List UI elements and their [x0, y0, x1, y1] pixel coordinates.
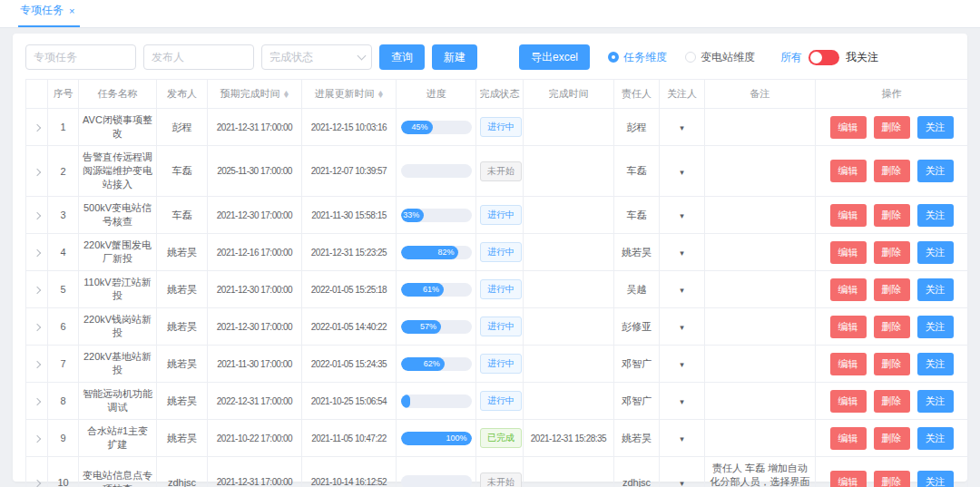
status-badge: 已完成 — [480, 428, 522, 448]
update-time: 2022-01-05 14:40:22 — [302, 308, 397, 346]
expand-row-icon[interactable] — [33, 287, 40, 294]
follower-dropdown-icon[interactable]: ▾ — [680, 360, 684, 369]
col-publisher: 发布人 — [157, 80, 208, 109]
edit-button[interactable]: 编辑 — [830, 278, 867, 301]
follow-button[interactable]: 关注 — [917, 471, 954, 487]
expand-row-icon[interactable] — [33, 249, 40, 257]
remark — [705, 420, 816, 457]
follow-toggle-switch[interactable] — [808, 50, 839, 65]
expand-row-icon[interactable] — [33, 124, 40, 131]
follower-dropdown-icon[interactable]: ▾ — [680, 323, 684, 332]
delete-button[interactable]: 删除 — [874, 241, 910, 264]
follower-dropdown-icon[interactable]: ▾ — [680, 286, 684, 295]
expand-row-icon[interactable] — [33, 435, 40, 443]
delete-button[interactable]: 删除 — [874, 160, 910, 182]
sort-icon[interactable]: ▲▼ — [377, 91, 384, 98]
query-button[interactable]: 查询 — [379, 44, 425, 70]
expand-row-icon[interactable] — [33, 361, 40, 368]
radio-selected-icon — [608, 52, 619, 63]
owner: 邓智广 — [614, 383, 660, 420]
remark — [705, 234, 816, 271]
follow-button[interactable]: 关注 — [917, 116, 954, 139]
follower-dropdown-icon[interactable]: ▾ — [680, 123, 684, 132]
radio-substation-dimension[interactable]: 变电站维度 — [685, 50, 755, 65]
edit-button[interactable]: 编辑 — [830, 390, 867, 413]
row-number: 6 — [48, 308, 79, 346]
edit-button[interactable]: 编辑 — [830, 316, 867, 338]
delete-button[interactable]: 删除 — [874, 116, 910, 139]
follow-button[interactable]: 关注 — [917, 241, 954, 264]
follow-button[interactable]: 关注 — [917, 390, 954, 413]
follow-button[interactable]: 关注 — [917, 204, 954, 227]
edit-button[interactable]: 编辑 — [830, 160, 867, 182]
expand-row-icon[interactable] — [33, 324, 40, 331]
status-badge: 进行中 — [480, 279, 522, 299]
finish-time — [524, 457, 614, 487]
follower-dropdown-icon[interactable]: ▾ — [680, 397, 684, 406]
expand-row-icon[interactable] — [33, 168, 40, 175]
publisher: 姚若昊 — [157, 346, 208, 383]
edit-button[interactable]: 编辑 — [830, 241, 867, 264]
switch-all-label: 所有 — [780, 50, 802, 65]
status-select-input[interactable] — [261, 44, 372, 70]
edit-button[interactable]: 编辑 — [830, 471, 867, 487]
table-row: 4220kV蟹围发电厂新投姚若昊2021-12-16 17:00:002021-… — [26, 234, 968, 271]
expand-row-icon[interactable] — [33, 479, 40, 486]
expand-cell — [26, 109, 48, 146]
status-cell: 进行中 — [476, 383, 524, 420]
update-time: 2022-01-05 15:25:18 — [302, 271, 397, 308]
follower-dropdown-icon[interactable]: ▾ — [680, 434, 684, 443]
delete-button[interactable]: 删除 — [874, 204, 910, 227]
actions-cell: 编辑删除关注 — [816, 383, 968, 420]
follow-button[interactable]: 关注 — [917, 278, 954, 301]
delete-button[interactable]: 删除 — [874, 471, 910, 487]
expand-cell — [26, 457, 48, 487]
follow-button[interactable]: 关注 — [917, 316, 954, 338]
radio-task-dimension[interactable]: 任务维度 — [608, 50, 667, 65]
delete-button[interactable]: 删除 — [874, 316, 910, 338]
owner: 车磊 — [614, 146, 660, 197]
follower-dropdown-icon[interactable]: ▾ — [680, 168, 684, 177]
follower-dropdown-icon[interactable]: ▾ — [680, 248, 684, 258]
edit-button[interactable]: 编辑 — [830, 116, 867, 139]
publisher-input[interactable] — [143, 44, 254, 70]
follower-dropdown-icon[interactable]: ▾ — [680, 211, 684, 220]
status-select[interactable] — [261, 44, 372, 70]
edit-button[interactable]: 编辑 — [830, 204, 867, 227]
row-number: 9 — [48, 420, 79, 457]
task-name: 500kV变电站信号核查 — [79, 197, 157, 234]
delete-button[interactable]: 删除 — [874, 390, 910, 413]
delete-button[interactable]: 删除 — [874, 427, 910, 450]
progress-bar: 61% — [401, 283, 472, 297]
progress-cell: 100% — [397, 420, 476, 457]
expand-row-icon[interactable] — [33, 212, 40, 219]
tab-special-task[interactable]: 专项任务 × — [18, 3, 80, 27]
progress-bar: 62% — [401, 357, 472, 371]
follow-button[interactable]: 关注 — [917, 427, 954, 450]
follower-dropdown-icon[interactable]: ▾ — [680, 479, 684, 487]
expected-time: 2021-12-31 17:00:00 — [208, 109, 302, 146]
tab-close-icon[interactable]: × — [69, 5, 74, 16]
export-excel-button[interactable]: 导出excel — [519, 44, 590, 70]
edit-button[interactable]: 编辑 — [830, 427, 867, 450]
row-number: 7 — [48, 346, 79, 383]
finish-time — [524, 271, 614, 308]
sort-icon[interactable]: ▲▼ — [283, 91, 289, 98]
col-expected-time: 预期完成时间▲▼ — [208, 80, 302, 109]
task-name-input[interactable] — [25, 44, 136, 70]
create-button[interactable]: 新建 — [432, 44, 477, 70]
table-row: 7220kV基地站新投姚若昊2021-11-30 17:00:002022-01… — [26, 346, 968, 383]
task-name: 告警直传远程调阅源端维护变电站接入 — [79, 146, 157, 197]
follow-button[interactable]: 关注 — [917, 160, 954, 182]
follower-cell: ▾ — [660, 271, 705, 308]
status-cell: 未开始 — [476, 457, 524, 487]
follow-button[interactable]: 关注 — [917, 353, 954, 375]
expected-time: 2025-11-30 17:00:00 — [208, 146, 302, 197]
row-number: 3 — [48, 197, 79, 234]
remark: 责任人 车磊 增加自动化分部人员，选择界面调大 — [705, 457, 816, 487]
expand-row-icon[interactable] — [33, 398, 40, 405]
expand-cell — [26, 308, 48, 346]
delete-button[interactable]: 删除 — [874, 278, 910, 301]
delete-button[interactable]: 删除 — [874, 353, 910, 375]
edit-button[interactable]: 编辑 — [830, 353, 867, 375]
